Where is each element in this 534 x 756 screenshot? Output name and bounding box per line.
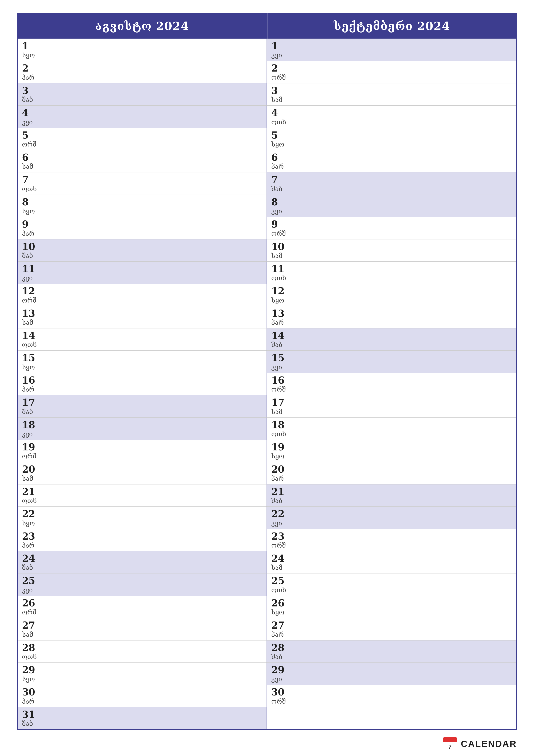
table-row: 23პარ xyxy=(18,529,267,551)
day-number: 12 xyxy=(22,286,262,296)
table-row: 1კვი xyxy=(267,39,516,61)
day-number: 25 xyxy=(271,576,512,586)
day-name: ორშ xyxy=(22,452,262,460)
day-name: სყო xyxy=(22,207,262,215)
table-row: 20სამ xyxy=(18,462,267,484)
table-row: 12სყო xyxy=(267,284,516,306)
day-name: ოთხ xyxy=(271,586,512,594)
day-name: სამ xyxy=(22,631,262,638)
day-name: კვი xyxy=(271,363,512,371)
day-name: სამ xyxy=(271,408,512,416)
day-number: 18 xyxy=(271,420,512,430)
day-number: 10 xyxy=(271,242,512,252)
table-row: 6სამ xyxy=(18,150,267,172)
day-number: 25 xyxy=(22,576,262,586)
day-number: 8 xyxy=(22,197,262,207)
day-name: კვი xyxy=(271,519,512,527)
day-number: 14 xyxy=(22,331,262,341)
day-number: 27 xyxy=(271,620,512,631)
table-row: 28შაბ xyxy=(267,640,516,662)
table-row: 8სყო xyxy=(18,195,267,217)
table-row: 13სამ xyxy=(18,306,267,328)
day-number: 27 xyxy=(22,620,262,631)
day-number: 6 xyxy=(22,152,262,163)
day-number: 2 xyxy=(22,63,262,73)
table-row: 1სყო xyxy=(18,39,267,61)
table-row: 19სყო xyxy=(267,440,516,462)
table-row: 27სამ xyxy=(18,618,267,640)
day-number: 20 xyxy=(271,464,512,474)
day-name: სამ xyxy=(22,475,262,482)
day-name: ორშ xyxy=(271,542,512,549)
table-row: 20პარ xyxy=(267,462,516,484)
day-name: ორშ xyxy=(271,74,512,81)
table-row: 12ორშ xyxy=(18,284,267,306)
day-number: 11 xyxy=(271,264,512,274)
table-row: 21ოთხ xyxy=(18,484,267,506)
day-number: 29 xyxy=(22,665,262,675)
table-row: 25ოთხ xyxy=(267,573,516,595)
table-row: 27პარ xyxy=(267,618,516,640)
day-name: პარ xyxy=(22,542,262,549)
table-row: 7შაბ xyxy=(267,172,516,194)
day-name: შაბ xyxy=(271,341,512,349)
day-name: პარ xyxy=(271,163,512,171)
svg-text:7: 7 xyxy=(448,743,451,750)
day-name: ოთხ xyxy=(271,430,512,438)
day-number: 23 xyxy=(22,531,262,542)
table-row: 24სამ xyxy=(267,551,516,573)
table-row: 15სყო xyxy=(18,350,267,373)
day-number: 24 xyxy=(22,554,262,564)
day-name: კვი xyxy=(22,274,262,282)
day-name: ორშ xyxy=(22,608,262,616)
day-name: ოთხ xyxy=(22,185,262,193)
day-number: 31 xyxy=(22,710,262,720)
table-row: 26ორშ xyxy=(18,596,267,618)
table-row: 16ორშ xyxy=(267,373,516,395)
day-name: კვი xyxy=(271,207,512,215)
day-name: სყო xyxy=(271,141,512,148)
day-number: 30 xyxy=(271,687,512,697)
day-number: 15 xyxy=(22,353,262,363)
day-name: სყო xyxy=(22,51,262,59)
day-name: ორშ xyxy=(22,141,262,148)
day-number: 10 xyxy=(22,242,262,252)
day-number: 16 xyxy=(22,375,262,386)
day-number: 28 xyxy=(22,643,262,653)
day-number: 13 xyxy=(271,309,512,319)
footer: 7 CALENDAR xyxy=(17,730,517,754)
day-name: შაბ xyxy=(271,185,512,193)
day-number: 29 xyxy=(271,665,512,675)
day-number: 26 xyxy=(271,598,512,608)
table-row: 16პარ xyxy=(18,373,267,395)
day-number: 30 xyxy=(22,687,262,697)
day-name: სყო xyxy=(22,519,262,527)
day-number: 21 xyxy=(271,487,512,497)
day-number: 26 xyxy=(22,598,262,608)
day-number: 18 xyxy=(22,420,262,430)
table-row: 5ორშ xyxy=(18,128,267,150)
day-name: პარ xyxy=(271,475,512,482)
day-number: 9 xyxy=(22,219,262,230)
day-number: 17 xyxy=(271,397,512,408)
table-row: 14შაბ xyxy=(267,328,516,350)
table-row: 29კვი xyxy=(267,662,516,685)
calendar-icon: 7 xyxy=(442,736,458,752)
day-name: პარ xyxy=(22,74,262,81)
day-number: 3 xyxy=(271,86,512,96)
table-row: 22კვი xyxy=(267,506,516,528)
table-row: 30პარ xyxy=(18,685,267,707)
day-name: შაბ xyxy=(22,96,262,104)
day-name: სამ xyxy=(22,319,262,327)
table-row: 24შაბ xyxy=(18,551,267,573)
day-name: კვი xyxy=(271,675,512,683)
day-number: 5 xyxy=(22,130,262,141)
day-number: 19 xyxy=(22,442,262,452)
table-row: 4ოთხ xyxy=(267,105,516,127)
day-name: პარ xyxy=(271,631,512,638)
day-name: ოთხ xyxy=(22,497,262,505)
day-number: 13 xyxy=(22,309,262,319)
day-name: შაბ xyxy=(22,564,262,572)
table-row xyxy=(267,707,516,729)
table-row: 5სყო xyxy=(267,128,516,150)
